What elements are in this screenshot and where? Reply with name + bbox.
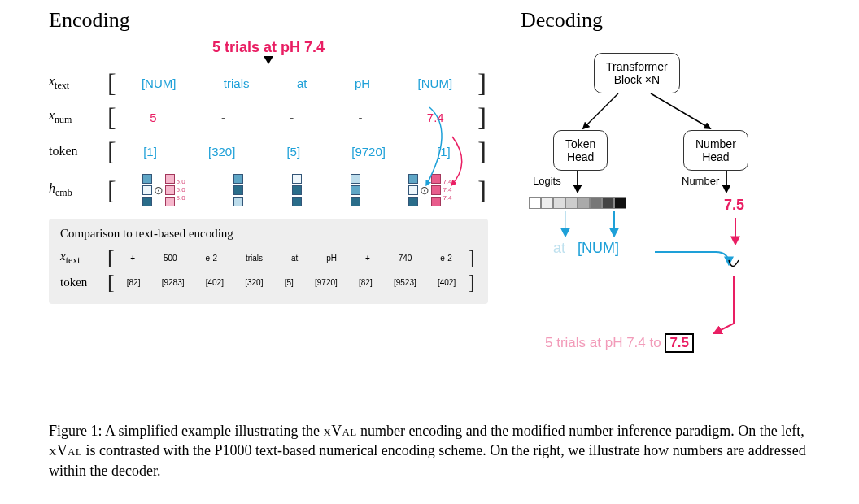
token-vector-icon [142, 173, 152, 207]
cmp-xtext-cell: e-2 [206, 254, 217, 263]
token-vector-icon [408, 173, 418, 207]
xnum-cell: - [359, 111, 363, 124]
xval-name: xVal [49, 442, 82, 458]
cmp-token-cell: [320] [245, 278, 263, 287]
xtext-cell: at [297, 76, 307, 90]
xtext-cell: pH [355, 76, 370, 90]
token-head-node: Token Head [553, 130, 608, 171]
cmp-token-cell: [82] [359, 278, 373, 287]
logits-strip [529, 197, 626, 209]
comparison-title: Comparison to text-based encoding [60, 227, 477, 241]
scalar-vector-icon [165, 173, 175, 207]
token-cell: [9720] [351, 145, 386, 159]
decoded-word-at: at [553, 240, 565, 257]
xnum-cell: - [221, 111, 225, 124]
arrow-down-icon [264, 56, 273, 64]
cmp-token-cell: [5] [285, 278, 294, 287]
xval-name: xVal [323, 423, 356, 439]
encoding-heading: Encoding [49, 8, 488, 33]
cmp-token-cell: [402] [206, 278, 224, 287]
xtext-cells: [NUM] trials at pH [NUM] [118, 76, 477, 90]
token-cell: [1] [143, 145, 157, 159]
xnum-cell: - [290, 111, 294, 124]
token-cell: [5] [286, 145, 300, 159]
hadamard-icon: ⊙ [154, 184, 164, 198]
cmp-token-cell: [9283] [162, 278, 185, 287]
transformer-block-node: Transformer Block ×N [594, 53, 680, 93]
cmp-xtext-cell: trials [246, 254, 263, 263]
xnum-cells: 5 - - - 7.4 [118, 111, 477, 124]
row-label-xtext: xtext [49, 74, 106, 92]
emb-cells: ⊙ 5.0 5.0 5.0 ⊙ 7.4 [118, 173, 477, 207]
emb-cell [233, 173, 243, 207]
scalar-vector-icon [431, 173, 441, 207]
cmp-xtext-cell: + [365, 254, 370, 263]
number-label: Number [682, 175, 719, 187]
cmp-xtext-cell: e-2 [440, 254, 451, 263]
row-label-hemb: hemb [49, 181, 106, 199]
token-vector-icon [351, 173, 360, 207]
comparison-row-token: token [ [82][9283][402][320][5][9720][82… [60, 270, 477, 294]
cmp-xtext-cell: 500 [164, 254, 177, 263]
xtext-cell: [NUM] [142, 76, 177, 90]
cmp-xtext-cell: at [291, 254, 298, 263]
xnum-cell: 7.4 [427, 111, 444, 124]
token-cell: [1] [437, 145, 451, 159]
row-xtext: xtext [ [NUM] trials at pH [NUM] ] [49, 67, 488, 98]
decoding-heading: Decoding [521, 8, 810, 33]
close-bracket: ] [476, 68, 488, 98]
xtext-cell: trials [224, 76, 250, 90]
row-label-token: token [49, 144, 106, 159]
row-hemb: hemb [ ⊙ 5.0 5.0 5.0 ⊙ [49, 170, 488, 211]
emb-tiny-labels: 7.4 7.4 7.4 [443, 178, 451, 202]
emb-tiny-labels: 5.0 5.0 5.0 [177, 178, 185, 202]
token-cell: [320] [208, 145, 235, 159]
cmp-xtext-cell: pH [326, 254, 337, 263]
row-token: token [ [1] [320] [5] [9720] [1] ] [49, 136, 488, 167]
comparison-box: Comparison to text-based encoding xtext … [49, 219, 488, 304]
cmp-xtext-cell: 740 [399, 254, 412, 263]
cmp-token-cell: [9720] [315, 278, 338, 287]
emb-cell: ⊙ 5.0 5.0 5.0 [142, 173, 185, 207]
number-head-node: Number Head [683, 130, 748, 171]
cmp-token-cell: [402] [438, 278, 456, 287]
emb-cell: ⊙ 7.4 7.4 7.4 [408, 173, 451, 207]
figure-caption: Figure 1: A simplified example illustrat… [0, 415, 859, 480]
comparison-row-xtext: xtext [ +500e-2trialsatpH+740e-2 ] [60, 245, 477, 270]
xnum-cell: 5 [150, 111, 156, 124]
logits-label: Logits [533, 175, 561, 187]
emb-cell [351, 173, 360, 207]
cmp-token-cell: [9523] [394, 278, 416, 287]
row-label-xnum: xnum [49, 108, 106, 126]
token-cells: [1] [320] [5] [9720] [1] [118, 145, 477, 159]
token-vector-icon [233, 173, 243, 207]
hadamard-icon: ⊙ [420, 184, 430, 198]
row-xnum: xnum [ 5 - - - 7.4 ] [49, 102, 488, 133]
figure-body: Encoding 5 trials at pH 7.4 xtext [ [NUM… [0, 0, 859, 415]
emb-cell [292, 173, 302, 207]
xtext-cell: [NUM] [418, 76, 453, 90]
decoded-word-num: [NUM] [578, 240, 619, 257]
predicted-number: 7.5 [724, 197, 744, 214]
encoding-panel: Encoding 5 trials at pH 7.4 xtext [ [NUM… [49, 8, 488, 415]
encoding-headline: 5 trials at pH 7.4 [49, 39, 488, 56]
token-vector-icon [292, 173, 302, 207]
final-output: 5 trials at pH 7.4 to 7.5 [545, 333, 694, 353]
open-bracket: [ [106, 68, 118, 98]
cmp-token-cell: [82] [127, 278, 141, 287]
final-output-box: 7.5 [665, 333, 694, 353]
cmp-xtext-cell: + [130, 254, 135, 263]
decoding-panel: Decoding Transformer Block ×N Token Head… [488, 8, 810, 415]
